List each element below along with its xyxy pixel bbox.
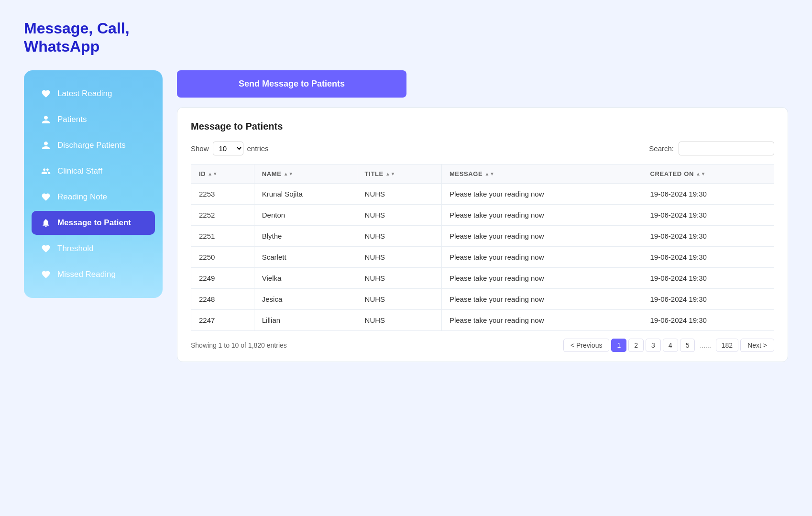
cell-id: 2249 xyxy=(191,267,254,288)
show-label: Show xyxy=(191,144,209,153)
cell-name: Blythe xyxy=(254,225,357,246)
cell-title: NUHS xyxy=(357,225,441,246)
cell-message: Please take your reading now xyxy=(441,246,642,267)
sidebar-item-label-message-to-patient: Message to Patient xyxy=(57,218,131,228)
sidebar-item-label-discharge-patients: Discharge Patients xyxy=(57,141,126,150)
sidebar-item-missed-reading[interactable]: Missed Reading xyxy=(32,263,155,286)
cell-message: Please take your reading now xyxy=(441,183,642,204)
sidebar-item-threshold[interactable]: Threshold xyxy=(32,237,155,261)
sidebar-item-label-patients: Patients xyxy=(57,115,87,124)
cell-name: Krunal Sojita xyxy=(254,183,357,204)
latest-reading-icon xyxy=(40,88,52,99)
clinical-staff-icon xyxy=(40,165,52,177)
table-title: Message to Patients xyxy=(191,121,774,132)
cell-created_on: 19-06-2024 19:30 xyxy=(642,288,774,309)
sidebar-item-message-to-patient[interactable]: Message to Patient xyxy=(32,211,155,235)
pagination-page-1[interactable]: 1 xyxy=(611,339,626,352)
cell-id: 2253 xyxy=(191,183,254,204)
pagination-page-3[interactable]: 3 xyxy=(646,339,661,352)
cell-title: NUHS xyxy=(357,204,441,225)
col-header-created-on[interactable]: CREATED ON▲▼ xyxy=(642,164,774,183)
cell-title: NUHS xyxy=(357,309,441,330)
cell-name: Vielka xyxy=(254,267,357,288)
cell-name: Denton xyxy=(254,204,357,225)
pagination-page-5[interactable]: 5 xyxy=(680,339,695,352)
pagination-next[interactable]: Next > xyxy=(740,339,774,352)
cell-id: 2247 xyxy=(191,309,254,330)
cell-message: Please take your reading now xyxy=(441,288,642,309)
col-header-name[interactable]: NAME▲▼ xyxy=(254,164,357,183)
sidebar-item-label-threshold: Threshold xyxy=(57,244,94,253)
pagination: < Previous12345......182Next > xyxy=(563,339,774,352)
search-label: Search: xyxy=(649,144,674,153)
cell-created_on: 19-06-2024 19:30 xyxy=(642,267,774,288)
col-header-id[interactable]: ID▲▼ xyxy=(191,164,254,183)
cell-message: Please take your reading now xyxy=(441,267,642,288)
page-title: Message, Call, WhatsApp xyxy=(24,19,788,56)
table-footer-info: Showing 1 to 10 of 1,820 entries xyxy=(191,341,287,349)
cell-created_on: 19-06-2024 19:30 xyxy=(642,225,774,246)
missed-reading-icon xyxy=(40,269,52,280)
table-row: 2253Krunal SojitaNUHSPlease take your re… xyxy=(191,183,774,204)
sidebar-item-label-clinical-staff: Clinical Staff xyxy=(57,166,102,176)
pagination-page-4[interactable]: 4 xyxy=(663,339,678,352)
sidebar-item-discharge-patients[interactable]: Discharge Patients xyxy=(32,133,155,157)
cell-title: NUHS xyxy=(357,267,441,288)
pagination-dots: ...... xyxy=(697,339,713,351)
sidebar-item-label-missed-reading: Missed Reading xyxy=(57,270,116,279)
cell-name: Scarlett xyxy=(254,246,357,267)
pagination-page-182[interactable]: 182 xyxy=(716,339,738,352)
message-to-patients-card: Message to Patients Show 102550100 entri… xyxy=(177,107,788,362)
col-header-title[interactable]: TITLE▲▼ xyxy=(357,164,441,183)
entries-label: entries xyxy=(247,144,269,153)
sidebar-item-patients[interactable]: Patients xyxy=(32,108,155,132)
cell-name: Jesica xyxy=(254,288,357,309)
pagination-prev[interactable]: < Previous xyxy=(563,339,610,352)
search-input[interactable] xyxy=(679,142,774,155)
sidebar-item-clinical-staff[interactable]: Clinical Staff xyxy=(32,159,155,183)
table-row: 2251BlytheNUHSPlease take your reading n… xyxy=(191,225,774,246)
cell-created_on: 19-06-2024 19:30 xyxy=(642,309,774,330)
sidebar-item-label-reading-note: Reading Note xyxy=(57,192,107,202)
cell-created_on: 19-06-2024 19:30 xyxy=(642,183,774,204)
sidebar: Latest ReadingPatientsDischarge Patients… xyxy=(24,70,163,298)
cell-message: Please take your reading now xyxy=(441,204,642,225)
table-row: 2247LillianNUHSPlease take your reading … xyxy=(191,309,774,330)
discharge-patients-icon xyxy=(40,140,52,151)
cell-title: NUHS xyxy=(357,183,441,204)
send-message-button[interactable]: Send Message to Patients xyxy=(177,70,406,98)
message-to-patient-icon xyxy=(40,217,52,229)
col-header-message[interactable]: MESSAGE▲▼ xyxy=(441,164,642,183)
pagination-page-2[interactable]: 2 xyxy=(628,339,644,352)
cell-title: NUHS xyxy=(357,246,441,267)
table-row: 2250ScarlettNUHSPlease take your reading… xyxy=(191,246,774,267)
cell-id: 2251 xyxy=(191,225,254,246)
reading-note-icon xyxy=(40,191,52,203)
messages-table: ID▲▼NAME▲▼TITLE▲▼MESSAGE▲▼CREATED ON▲▼ 2… xyxy=(191,164,774,331)
sidebar-item-latest-reading[interactable]: Latest Reading xyxy=(32,82,155,106)
table-row: 2248JesicaNUHSPlease take your reading n… xyxy=(191,288,774,309)
threshold-icon xyxy=(40,243,52,254)
table-row: 2249VielkaNUHSPlease take your reading n… xyxy=(191,267,774,288)
cell-id: 2252 xyxy=(191,204,254,225)
cell-created_on: 19-06-2024 19:30 xyxy=(642,246,774,267)
cell-message: Please take your reading now xyxy=(441,225,642,246)
patients-icon xyxy=(40,114,52,125)
sidebar-item-reading-note[interactable]: Reading Note xyxy=(32,185,155,209)
table-row: 2252DentonNUHSPlease take your reading n… xyxy=(191,204,774,225)
cell-name: Lillian xyxy=(254,309,357,330)
sidebar-item-label-latest-reading: Latest Reading xyxy=(57,89,112,99)
entries-select[interactable]: 102550100 xyxy=(213,142,243,155)
cell-title: NUHS xyxy=(357,288,441,309)
cell-id: 2248 xyxy=(191,288,254,309)
cell-message: Please take your reading now xyxy=(441,309,642,330)
cell-id: 2250 xyxy=(191,246,254,267)
cell-created_on: 19-06-2024 19:30 xyxy=(642,204,774,225)
